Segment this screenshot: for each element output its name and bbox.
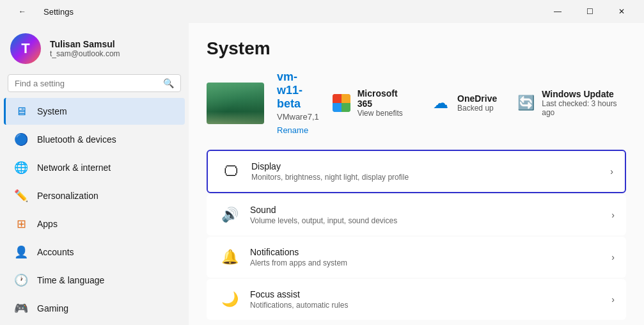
maximize-icon: ☐ [586, 7, 593, 16]
settings-item-focus-assist[interactable]: 🌙 Focus assist Notifications, automatic … [207, 279, 626, 320]
minimize-button[interactable]: — [543, 3, 572, 20]
system-details: vm-w11-beta VMware7,1 Rename [277, 70, 319, 136]
gaming-icon: 🎮 [14, 301, 28, 315]
app-container: T Tulisan Samsul t_sam@outlook.com 🔍 🖥 S… [0, 23, 644, 325]
personalization-icon: ✏️ [14, 189, 28, 203]
sidebar-item-apps[interactable]: ⊞ Apps [4, 210, 185, 237]
accounts-icon: 👤 [14, 245, 28, 259]
sidebar-item-label: Time & language [37, 275, 104, 285]
network-icon: 🌐 [14, 161, 28, 175]
system-icon: 🖥 [14, 104, 28, 118]
user-email: t_sam@outlook.com [50, 49, 120, 58]
close-icon: ✕ [618, 7, 625, 16]
settings-item-text: Display Monitors, brightness, night ligh… [251, 161, 610, 182]
onedrive-icon: ☁ [430, 93, 451, 113]
sidebar-item-label: Gaming [37, 303, 68, 313]
onedrive-text: OneDrive Backed up [457, 93, 497, 113]
update-title: Windows Update [542, 89, 626, 99]
sidebar-item-label: Network & internet [37, 162, 111, 173]
chevron-icon: › [611, 210, 615, 220]
display-icon: 🖵 [219, 160, 242, 183]
ms365-icon [332, 93, 351, 113]
time-icon: 🕐 [14, 273, 28, 287]
title-bar: ← Settings — ☐ ✕ [0, 0, 644, 23]
sidebar-item-gaming[interactable]: 🎮 Gaming [4, 295, 185, 322]
back-icon: ← [19, 7, 26, 16]
thumbnail-overlay [207, 83, 264, 124]
window-controls: — ☐ ✕ [543, 3, 636, 20]
maximize-button[interactable]: ☐ [575, 3, 604, 20]
avatar: T [10, 33, 41, 64]
sidebar-item-label: System [37, 106, 67, 116]
sidebar-item-label: Personalization [37, 191, 98, 201]
chevron-icon: › [611, 294, 615, 305]
settings-item-sound[interactable]: 🔊 Sound Volume levels, output, input, so… [207, 194, 626, 235]
ms365-sub: View benefits [357, 109, 411, 118]
sound-icon: 🔊 [218, 203, 241, 226]
sidebar-item-accounts[interactable]: 👤 Accounts [4, 239, 185, 266]
update-icon: 🔄 [516, 93, 535, 113]
sidebar-item-label: Bluetooth & devices [37, 134, 116, 145]
system-sub: VMware7,1 [277, 112, 319, 122]
settings-item-text: Sound Volume levels, output, input, soun… [250, 205, 611, 225]
settings-item-notifications[interactable]: 🔔 Notifications Alerts from apps and sys… [207, 237, 626, 278]
system-widgets: Microsoft 365 View benefits ☁ OneDrive B… [332, 88, 626, 118]
app-title: Settings [43, 7, 74, 17]
settings-item-title: Notifications [250, 247, 611, 257]
chevron-icon: › [610, 166, 613, 177]
system-thumbnail [207, 83, 264, 124]
back-button[interactable]: ← [8, 3, 37, 20]
apps-icon: ⊞ [14, 217, 28, 231]
settings-item-text: Notifications Alerts from apps and syste… [250, 247, 611, 267]
search-icon: 🔍 [163, 78, 174, 88]
onedrive-widget[interactable]: ☁ OneDrive Backed up [430, 88, 497, 118]
minimize-icon: — [554, 7, 562, 16]
sidebar-item-bluetooth[interactable]: 🔵 Bluetooth & devices [4, 126, 185, 153]
page-title: System [207, 38, 626, 59]
system-name: vm-w11-beta [277, 70, 319, 111]
bluetooth-icon: 🔵 [14, 132, 28, 147]
settings-item-desc: Alerts from apps and system [250, 258, 611, 267]
user-profile[interactable]: T Tulisan Samsul t_sam@outlook.com [0, 23, 189, 72]
settings-item-display[interactable]: 🖵 Display Monitors, brightness, night li… [207, 150, 626, 193]
sidebar-item-time[interactable]: 🕐 Time & language [4, 267, 185, 294]
search-input[interactable] [15, 79, 158, 88]
sidebar: T Tulisan Samsul t_sam@outlook.com 🔍 🖥 S… [0, 23, 189, 325]
focus-assist-icon: 🌙 [218, 288, 241, 311]
main-content: System vm-w11-beta VMware7,1 Rename [189, 23, 644, 325]
close-button[interactable]: ✕ [607, 3, 636, 20]
ms365-text: Microsoft 365 View benefits [357, 88, 411, 118]
sidebar-item-system[interactable]: 🖥 System [4, 98, 185, 125]
sidebar-item-personalization[interactable]: ✏️ Personalization [4, 182, 185, 209]
update-sub: Last checked: 3 hours ago [542, 99, 626, 117]
sidebar-item-label: Accounts [37, 247, 74, 257]
settings-item-title: Focus assist [250, 289, 611, 299]
onedrive-sub: Backed up [457, 104, 497, 113]
user-info: Tulisan Samsul t_sam@outlook.com [50, 39, 120, 58]
settings-item-desc: Volume levels, output, input, sound devi… [250, 216, 611, 225]
sidebar-item-label: Apps [37, 219, 58, 229]
settings-item-text: Focus assist Notifications, automatic ru… [250, 289, 611, 310]
windows-update-widget[interactable]: 🔄 Windows Update Last checked: 3 hours a… [516, 88, 626, 118]
ms365-widget[interactable]: Microsoft 365 View benefits [332, 88, 411, 118]
settings-item-title: Sound [250, 205, 611, 215]
settings-item-title: Display [251, 161, 610, 171]
settings-item-desc: Monitors, brightness, night light, displ… [251, 173, 610, 182]
ms365-title: Microsoft 365 [357, 88, 411, 109]
sidebar-item-network[interactable]: 🌐 Network & internet [4, 154, 185, 181]
search-box[interactable]: 🔍 [8, 74, 181, 92]
rename-link[interactable]: Rename [277, 125, 308, 135]
settings-item-desc: Notifications, automatic rules [250, 301, 611, 310]
settings-list: 🖵 Display Monitors, brightness, night li… [207, 150, 626, 320]
notifications-icon: 🔔 [218, 246, 241, 269]
user-name: Tulisan Samsul [50, 39, 120, 49]
system-info-bar: vm-w11-beta VMware7,1 Rename M [207, 70, 626, 136]
onedrive-title: OneDrive [457, 93, 497, 104]
update-text: Windows Update Last checked: 3 hours ago [542, 89, 626, 117]
chevron-icon: › [611, 252, 615, 262]
